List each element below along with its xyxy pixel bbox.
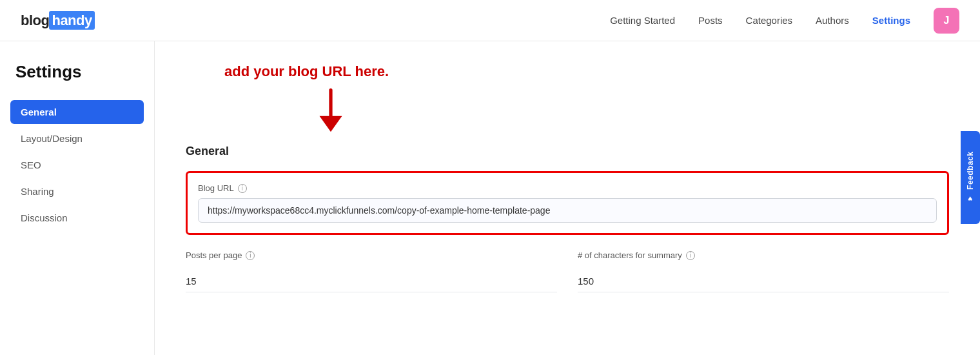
chars-summary-info-icon[interactable]: i [686,251,695,260]
nav-links: Getting Started Posts Categories Authors… [610,8,959,34]
sidebar-item-sharing[interactable]: Sharing [10,179,144,203]
nav-authors[interactable]: Authors [816,15,849,26]
section-title: General [186,145,949,158]
blog-url-input[interactable] [198,198,937,223]
feedback-heart-icon: ♥ [966,194,975,203]
chars-summary-group: # of characters for summary i 150 [578,250,949,292]
avatar[interactable]: J [934,8,959,34]
main-layout: Settings General Layout/Design SEO Shari… [0,41,980,355]
posts-per-page-group: Posts per page i 15 [186,250,557,292]
logo-highlight: handy [49,11,94,30]
posts-per-page-info-icon[interactable]: i [246,251,255,260]
blog-url-label: Blog URL i [198,183,937,193]
sidebar-title: Settings [10,62,144,82]
annotation-arrow [311,88,350,136]
chars-summary-value: 150 [578,270,949,292]
annotation-area: add your blog URL here. [186,57,949,134]
feedback-button[interactable]: ♥ Feedback [961,131,980,224]
blog-url-info-icon[interactable]: i [238,184,247,193]
sidebar-item-seo[interactable]: SEO [10,153,144,177]
feedback-label: Feedback [966,152,975,190]
chars-summary-label: # of characters for summary i [578,250,949,260]
svg-marker-1 [320,116,342,132]
navbar: bloghandy Getting Started Posts Categori… [0,0,980,41]
blog-url-section: Blog URL i [186,171,949,235]
settings-two-col: Posts per page i 15 # of characters for … [186,250,949,292]
logo[interactable]: bloghandy [21,12,95,29]
feedback-wrapper: ♥ Feedback [961,131,980,224]
nav-settings[interactable]: Settings [872,15,910,26]
posts-per-page-value: 15 [186,270,557,292]
nav-posts[interactable]: Posts [698,15,723,26]
nav-getting-started[interactable]: Getting Started [610,15,675,26]
sidebar-item-general[interactable]: General [10,100,144,124]
sidebar-item-layout-design[interactable]: Layout/Design [10,127,144,150]
sidebar-item-discussion[interactable]: Discussion [10,206,144,230]
nav-categories[interactable]: Categories [746,15,793,26]
main-content: add your blog URL here. General Blog URL… [155,41,980,355]
logo-prefix: blog [21,12,49,28]
posts-per-page-label: Posts per page i [186,250,557,260]
annotation-text: add your blog URL here. [224,63,389,80]
sidebar: Settings General Layout/Design SEO Shari… [0,41,155,355]
